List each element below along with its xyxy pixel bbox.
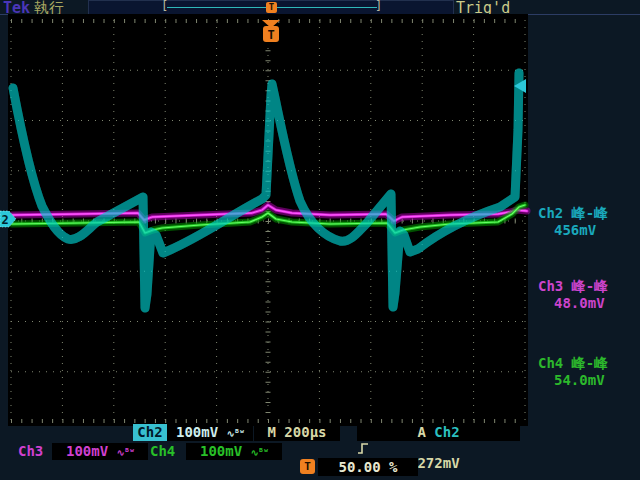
horizontal-position-readout: 50.00 %	[318, 458, 418, 476]
ch3-scale-value: 100mV	[66, 443, 108, 459]
trigger-mode: A	[417, 424, 425, 440]
ch2-badge: Ch2	[133, 424, 167, 441]
meas-ch3-label: 峰-峰	[572, 278, 608, 294]
meas-ch4-channel: Ch4	[538, 355, 563, 371]
rising-edge-icon	[357, 441, 369, 455]
ch2-scale-readout: 100mV ∿ᴮʷ	[167, 424, 253, 441]
measurement-ch2-pkpk: Ch2 峰-峰 456mV	[538, 205, 640, 239]
measurement-ch4-pkpk: Ch4 峰-峰 54.0mV	[538, 355, 640, 389]
trigger-source: Ch2	[434, 424, 459, 440]
meas-ch2-channel: Ch2	[538, 205, 563, 221]
meas-ch4-label: 峰-峰	[572, 355, 608, 371]
ch3-label: Ch3	[18, 443, 43, 459]
timebase-value: 200µs	[284, 424, 326, 440]
graticule-and-traces: T 2	[0, 0, 640, 480]
svg-text:2: 2	[1, 213, 8, 227]
ch4-coupling-bandwidth-icon: ∿ᴮʷ	[251, 447, 268, 458]
horizontal-trigger-position-icon: T	[300, 459, 315, 474]
ch4-scale-readout: 100mV ∿ᴮʷ	[186, 443, 282, 460]
ch3-coupling-bandwidth-icon: ∿ᴮʷ	[117, 447, 134, 458]
meas-ch2-value: 456mV	[538, 222, 640, 239]
measurement-ch3-pkpk: Ch3 峰-峰 48.0mV	[538, 278, 640, 312]
trigger-level-value: 272mV	[417, 455, 459, 471]
trigger-readout: A Ch2 272mV	[357, 424, 520, 441]
ch4-label: Ch4	[150, 443, 175, 459]
ch3-scale-readout: 100mV ∿ᴮʷ	[52, 443, 148, 460]
meas-ch3-channel: Ch3	[538, 278, 563, 294]
timebase-prefix: M	[267, 424, 275, 440]
ch2-scale-value: 100mV	[176, 424, 218, 440]
meas-ch2-label: 峰-峰	[572, 205, 608, 221]
timebase-readout: M 200µs	[254, 424, 340, 441]
svg-text:T: T	[267, 28, 274, 42]
meas-ch3-value: 48.0mV	[538, 295, 640, 312]
ch2-coupling-bandwidth-icon: ∿ᴮʷ	[227, 428, 244, 439]
trace-ch2	[13, 73, 519, 308]
oscilloscope-screen: { "header": { "brand": "Tek", "acq_statu…	[0, 0, 640, 480]
meas-ch4-value: 54.0mV	[538, 372, 640, 389]
trigger-position-marker: T	[262, 20, 280, 42]
ch4-scale-value: 100mV	[200, 443, 242, 459]
